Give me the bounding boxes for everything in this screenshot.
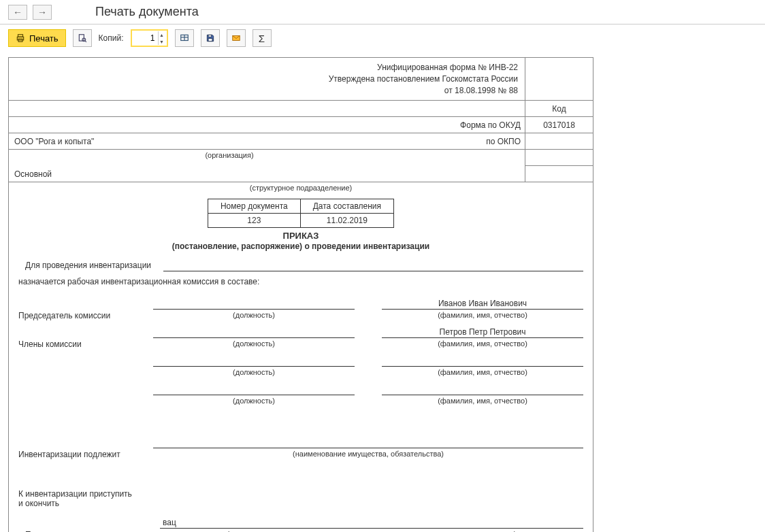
sigma-icon: Σ <box>259 33 265 44</box>
settings-button[interactable] <box>175 29 194 47</box>
diskette-icon <box>206 33 215 43</box>
doc-date-value: 11.02.2019 <box>300 214 393 228</box>
form-notice-2: Утверждена постановлением Госкомстата Ро… <box>16 73 518 85</box>
nav-forward-button[interactable]: → <box>33 5 52 20</box>
save-button[interactable] <box>201 29 220 47</box>
print-button[interactable]: Печать <box>8 29 66 47</box>
okud-value: 0317018 <box>525 117 593 133</box>
svg-line-5 <box>85 41 86 42</box>
fio-caption-3: (фамилия, имя, отчество) <box>382 367 583 379</box>
intro-field <box>163 261 583 271</box>
commission-text: назначается рабочая инвентаризационная к… <box>18 277 583 286</box>
fio-caption-4: (фамилия, имя, отчество) <box>382 395 583 408</box>
member1-position <box>153 327 355 338</box>
table-settings-icon <box>180 33 189 43</box>
subject-field <box>153 437 583 448</box>
organization-name: ООО "Рога и копыта" <box>9 133 450 149</box>
order-subtitle: (постановление, распоряжение) о проведен… <box>172 242 429 251</box>
reason-value: вац <box>160 518 583 529</box>
svg-rect-3 <box>79 35 84 41</box>
doc-number-value: 123 <box>208 214 300 228</box>
chairman-position <box>153 299 355 310</box>
envelope-icon <box>231 33 241 43</box>
doc-number-header: Номер документа <box>208 199 300 214</box>
arrow-left-icon: ← <box>13 7 22 18</box>
member2-fio <box>382 356 583 367</box>
email-button[interactable] <box>227 29 246 47</box>
division-name: Основной <box>9 166 450 182</box>
intro-label: Для проведения инвентаризации <box>18 261 151 271</box>
member3-position <box>153 384 355 395</box>
chairman-fio: Иванов Иван Иванович <box>382 299 583 310</box>
members-label: Члены комиссии <box>18 339 141 350</box>
printer-icon <box>16 33 25 43</box>
start-label-2: и окончить <box>18 499 583 508</box>
start-label-1: К инвентаризации приступить <box>18 489 583 499</box>
copies-label: Копий: <box>99 33 124 43</box>
position-caption-3: (должность) <box>153 367 355 379</box>
copies-down-button[interactable]: ▼ <box>159 38 165 45</box>
copies-up-button[interactable]: ▲ <box>159 31 165 38</box>
reason-caption: (контрольная проверка, смена материально… <box>160 529 583 532</box>
preview-button[interactable] <box>73 29 92 47</box>
magnifier-page-icon <box>78 33 87 43</box>
form-notice-1: Унифицированная форма № ИНВ-22 <box>16 62 518 73</box>
member1-fio: Петров Петр Петрович <box>382 327 583 338</box>
order-title: ПРИКАЗ <box>283 231 319 241</box>
copies-input[interactable] <box>133 32 158 44</box>
position-caption-2: (должность) <box>153 338 355 350</box>
arrow-right-icon: → <box>37 7 47 18</box>
doc-date-header: Дата составления <box>300 199 393 214</box>
toolbar: Печать Копий: ▲ ▼ Σ <box>0 24 765 52</box>
okpo-value <box>525 133 593 149</box>
fio-caption-2: (фамилия, имя, отчество) <box>382 338 583 350</box>
print-button-label: Печать <box>29 33 59 44</box>
okud-label: Форма по ОКУД <box>450 117 525 133</box>
subject-label: Инвентаризации подлежит <box>18 450 141 461</box>
chairman-label: Председатель комиссии <box>18 311 141 322</box>
okpo-label: по ОКПО <box>450 133 525 149</box>
position-caption-4: (должность) <box>153 395 355 408</box>
svg-rect-9 <box>208 35 212 37</box>
position-caption-1: (должность) <box>153 310 355 322</box>
org-caption: (организация) <box>9 150 450 162</box>
subject-caption: (наименование имущества, обязательства) <box>153 448 583 461</box>
nav-back-button[interactable]: ← <box>8 5 27 20</box>
document-form: Унифицированная форма № ИНВ-22 Утвержден… <box>8 57 593 532</box>
doc-number-date-table: Номер документа Дата составления 123 11.… <box>208 199 394 228</box>
svg-rect-10 <box>208 39 212 41</box>
form-notice-3: от 18.08.1998 № 88 <box>16 85 518 97</box>
code-header: Код <box>525 101 593 116</box>
member2-position <box>153 356 355 367</box>
page-title: Печать документа <box>95 5 199 19</box>
top-bar: ← → Печать документа <box>0 0 765 24</box>
division-caption: (структурное подразделение) <box>18 182 583 195</box>
member3-fio <box>382 384 583 395</box>
fio-caption-1: (фамилия, имя, отчество) <box>382 310 583 322</box>
sum-button[interactable]: Σ <box>253 29 272 47</box>
copies-field[interactable]: ▲ ▼ <box>131 29 168 47</box>
